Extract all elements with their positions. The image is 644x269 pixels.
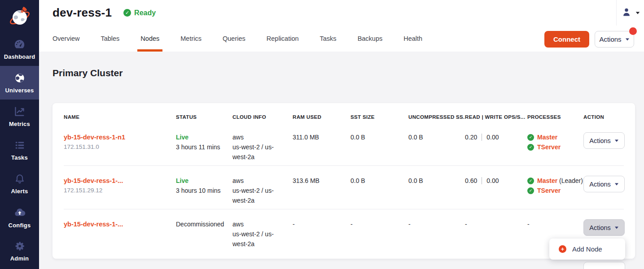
cell-read-write: -: [465, 219, 527, 249]
universe-title: dev-ress-1: [53, 6, 112, 20]
bell-icon: [14, 173, 26, 185]
cell-status: Live 3 hours 10 mins: [176, 176, 232, 205]
cloud-provider: aws: [232, 176, 293, 186]
tab-health[interactable]: Health: [403, 26, 422, 52]
sidebar-item-alerts[interactable]: Alerts: [0, 167, 39, 200]
status-badge-label: Ready: [134, 9, 156, 17]
plus-circle-icon: [559, 245, 566, 253]
node-name-link[interactable]: yb-15-dev-ress-1-...: [64, 176, 123, 186]
sidebar-item-universes[interactable]: Universes: [0, 66, 39, 100]
user-menu[interactable]: [616, 0, 644, 26]
actions-dropdown-menu: Add Node: [549, 239, 625, 260]
menu-item-label: Add Node: [572, 245, 602, 253]
col-status: STATUS: [176, 114, 232, 120]
sidebar-item-label: Metrics: [9, 121, 30, 127]
col-sst-size: SST SIZE: [350, 114, 408, 120]
actions-button-label: Actions: [599, 35, 621, 43]
tab-metrics[interactable]: Metrics: [180, 26, 202, 52]
tab-overview[interactable]: Overview: [53, 26, 79, 52]
tab-tables[interactable]: Tables: [101, 26, 119, 52]
tserver-link[interactable]: TServer: [537, 143, 561, 151]
col-uncompressed: UNCOMPRESSED SS...: [408, 114, 465, 120]
tserver-link[interactable]: TServer: [537, 187, 561, 194]
sidebar-item-dashboard[interactable]: Dashboard: [0, 32, 39, 66]
node-actions-button[interactable]: Actions: [583, 176, 625, 192]
col-action: ACTION: [583, 114, 624, 120]
sidebar-item-label: Admin: [10, 255, 29, 262]
write-ops: 0.00: [486, 177, 499, 184]
table-header-row: NAME STATUS CLOUD INFO RAM USED SST SIZE…: [64, 103, 624, 126]
main-content: Primary Cluster NAME STATUS CLOUD INFO R…: [39, 52, 644, 269]
read-ops: 0.60: [465, 177, 477, 184]
partial-actions-button[interactable]: [583, 262, 625, 269]
cloud-provider: aws: [232, 219, 293, 229]
check-circle-icon: [527, 187, 534, 194]
chevron-down-icon: [615, 139, 618, 142]
process-master: Master: [527, 132, 583, 142]
cloud-zone: west-2a: [232, 195, 293, 205]
tab-queries[interactable]: Queries: [223, 26, 245, 52]
master-link[interactable]: Master: [537, 177, 557, 184]
notification-dot: [629, 27, 637, 35]
status-badge: Ready: [123, 9, 156, 17]
cell-sst: 0.0 B: [350, 176, 408, 205]
node-name-link[interactable]: yb-15-dev-ress-1-n1: [64, 132, 125, 142]
cell-ram: 313.6 MB: [293, 176, 350, 205]
sidebar-item-configs[interactable]: Configs: [0, 200, 39, 234]
tab-nodes[interactable]: Nodes: [140, 26, 159, 52]
cell-cloud-info: aws us-west-2 / us- west-2a: [232, 176, 293, 205]
cloud-region: us-west-2 / us-: [232, 229, 293, 239]
cell-cloud-info: aws us-west-2 / us- west-2a: [232, 132, 293, 162]
process-tserver: TServer: [527, 142, 583, 152]
col-name: NAME: [64, 114, 176, 120]
sidebar-item-label: Alerts: [11, 188, 28, 195]
universe-actions-button[interactable]: Actions: [595, 31, 634, 48]
node-ip: 172.151.31.0: [64, 142, 176, 152]
read-ops: 0.20: [465, 134, 477, 141]
master-link[interactable]: Master: [537, 134, 557, 141]
node-status: Decommissioned: [176, 219, 232, 229]
cell-name: yb-15-dev-ress-1-... 172.151.29.12: [64, 176, 176, 205]
check-circle-icon: [527, 134, 534, 141]
sidebar-item-label: Dashboard: [4, 53, 35, 60]
tab-tasks[interactable]: Tasks: [320, 26, 337, 52]
cell-uncompressed: -: [408, 219, 465, 249]
col-ram-used: RAM USED: [293, 114, 350, 120]
gauge-icon: [13, 38, 26, 50]
menu-item-add-node[interactable]: Add Node: [549, 245, 625, 253]
cell-processes: Master (Leader) TServer: [527, 176, 583, 205]
actions-button-label: Actions: [589, 223, 611, 233]
sidebar-item-tasks[interactable]: Tasks: [0, 133, 39, 167]
cell-ram: 311.0 MB: [293, 132, 350, 162]
node-actions-button[interactable]: Actions: [583, 132, 625, 149]
app-logo[interactable]: [0, 0, 39, 32]
sidebar-item-metrics[interactable]: Metrics: [0, 100, 39, 133]
gear-icon: [14, 240, 26, 252]
tab-replication[interactable]: Replication: [267, 26, 299, 52]
tab-bar: Overview Tables Nodes Metrics Queries Re…: [39, 26, 644, 52]
cell-action: Actions: [583, 176, 625, 205]
table-row: yb-15-dev-ress-1-... 172.151.29.12 Live …: [64, 165, 624, 209]
cell-action: Actions: [583, 132, 625, 162]
sidebar: Dashboard Universes Metrics: [0, 0, 39, 269]
sidebar-item-admin[interactable]: Admin: [0, 234, 39, 268]
node-name-link[interactable]: yb-15-dev-ress-1-...: [64, 219, 123, 229]
col-cloud-info: CLOUD INFO: [232, 114, 293, 120]
tab-backups[interactable]: Backups: [358, 26, 383, 52]
cell-sst: -: [350, 219, 408, 249]
process-tserver: TServer: [527, 186, 583, 195]
process-master: Master (Leader): [527, 176, 583, 186]
table-row: yb-15-dev-ress-1-... Decommissioned aws …: [64, 209, 624, 252]
cell-cloud-info: aws us-west-2 / us- west-2a: [232, 219, 293, 249]
header: dev-ress-1 Ready Overview Tables Nodes M…: [39, 0, 644, 52]
top-navbar: dev-ress-1 Ready: [39, 0, 644, 26]
cell-ram: -: [293, 219, 350, 249]
cell-processes: Master TServer: [527, 132, 583, 162]
cell-uncompressed: 0.0 B: [408, 176, 465, 205]
chevron-down-icon: [615, 183, 618, 185]
connect-button[interactable]: Connect: [544, 31, 589, 48]
node-uptime: 3 hours 10 mins: [176, 186, 232, 195]
check-circle-icon: [123, 9, 131, 17]
node-actions-button-open[interactable]: Actions: [583, 219, 625, 236]
pipe-divider: [482, 177, 482, 184]
